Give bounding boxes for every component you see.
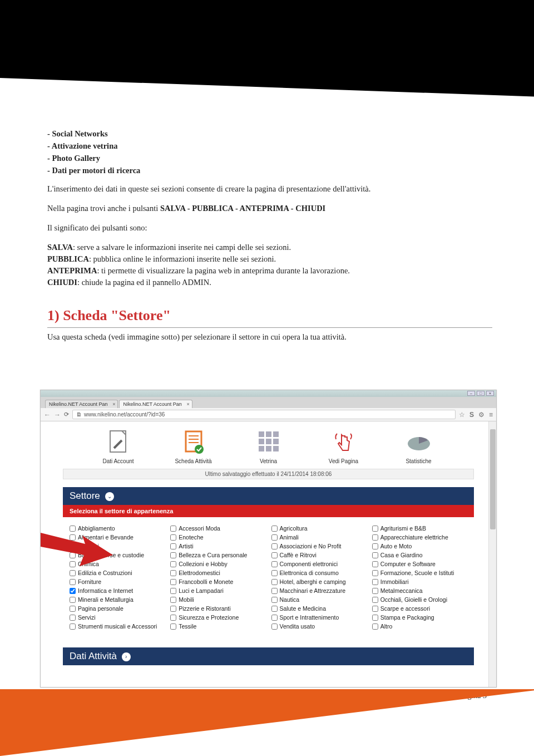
close-icon[interactable]: ×: [187, 401, 190, 407]
sector-checkbox[interactable]: [372, 588, 378, 594]
sector-checkbox-item[interactable]: Immobiliari: [372, 578, 467, 585]
sector-checkbox[interactable]: [70, 534, 76, 541]
reload-button[interactable]: ⟳: [64, 411, 69, 418]
sector-checkbox-item[interactable]: Macchinari e Attrezzature: [271, 587, 367, 594]
sector-checkbox-item[interactable]: Elettrodomestici: [170, 570, 265, 576]
sector-checkbox-item[interactable]: Forniture: [70, 578, 165, 585]
sector-checkbox-item[interactable]: Artisti: [170, 543, 265, 549]
sector-checkbox-item[interactable]: Altro: [372, 623, 467, 630]
sector-checkbox[interactable]: [70, 526, 76, 532]
sector-checkbox[interactable]: [70, 570, 76, 576]
sector-checkbox-item[interactable]: Apparecchiature elettriche: [372, 534, 467, 541]
nav-dati-account[interactable]: Dati Account: [96, 428, 141, 464]
back-button[interactable]: ←: [44, 411, 51, 419]
sector-checkbox[interactable]: [170, 543, 176, 549]
sector-checkbox-item[interactable]: Hotel, alberghi e camping: [271, 578, 367, 585]
sector-checkbox-item[interactable]: Occhiali, Gioielli e Orologi: [372, 596, 467, 603]
sector-checkbox-item[interactable]: Agricoltura: [271, 525, 367, 532]
sector-checkbox[interactable]: [271, 615, 278, 621]
sector-checkbox[interactable]: [271, 579, 278, 585]
sector-checkbox[interactable]: [170, 570, 176, 576]
nav-vetrina[interactable]: Vetrina: [246, 428, 291, 464]
sector-checkbox[interactable]: [170, 588, 176, 594]
sector-checkbox-item[interactable]: Abbigliamento: [70, 525, 165, 532]
window-minimize-button[interactable]: –: [467, 391, 475, 396]
sector-checkbox-item[interactable]: Animali: [271, 534, 367, 541]
sector-checkbox-item[interactable]: Artigiani: [70, 543, 165, 549]
sector-checkbox-item[interactable]: Stampa e Packaging: [372, 614, 467, 621]
sector-checkbox[interactable]: [372, 579, 378, 585]
sector-checkbox-item[interactable]: Mobili: [170, 596, 265, 603]
sector-checkbox[interactable]: [372, 552, 378, 558]
sector-checkbox[interactable]: [70, 552, 76, 558]
sector-checkbox[interactable]: [372, 615, 378, 621]
sector-checkbox[interactable]: [372, 543, 378, 549]
sector-checkbox[interactable]: [170, 606, 176, 612]
forward-button[interactable]: →: [54, 411, 61, 419]
sector-checkbox-item[interactable]: Chimica: [70, 561, 165, 567]
sector-checkbox-item[interactable]: Sport e Intrattenimento: [271, 614, 367, 621]
sector-checkbox-item[interactable]: Luci e Lampadari: [170, 587, 265, 594]
sector-checkbox-item[interactable]: Salute e Medicina: [271, 605, 367, 612]
window-maximize-button[interactable]: □: [477, 391, 484, 396]
sector-checkbox[interactable]: [170, 526, 176, 532]
sector-checkbox[interactable]: [70, 624, 76, 630]
sector-checkbox[interactable]: [70, 561, 76, 567]
sector-checkbox[interactable]: [372, 606, 378, 612]
sector-checkbox[interactable]: [70, 588, 76, 594]
menu-icon[interactable]: ≡: [489, 411, 493, 419]
sector-checkbox[interactable]: [170, 615, 176, 621]
sector-checkbox-item[interactable]: Scarpe e accessori: [372, 605, 467, 612]
extension-icon[interactable]: ⚙: [478, 411, 484, 419]
sector-checkbox-item[interactable]: Minerali e Metallurgia: [70, 596, 165, 603]
sector-checkbox[interactable]: [170, 579, 176, 585]
sector-checkbox-item[interactable]: Bagagli, Borse e custodie: [70, 552, 165, 558]
dati-attivita-header[interactable]: Dati Attività ›: [63, 647, 474, 665]
sector-checkbox[interactable]: [271, 552, 278, 558]
sector-checkbox-item[interactable]: Computer e Software: [372, 561, 467, 567]
sector-checkbox-item[interactable]: Collezioni e Hobby: [170, 561, 265, 567]
sector-checkbox[interactable]: [271, 570, 278, 576]
sector-checkbox[interactable]: [271, 561, 278, 567]
nav-statistiche[interactable]: Statistiche: [397, 428, 441, 464]
sector-checkbox[interactable]: [70, 579, 76, 585]
sector-checkbox[interactable]: [271, 526, 278, 532]
sector-checkbox[interactable]: [170, 597, 176, 603]
sector-checkbox-item[interactable]: Informatica e Internet: [70, 587, 165, 594]
sector-checkbox-item[interactable]: Sicurezza e Protezione: [170, 614, 265, 621]
star-icon[interactable]: ☆: [459, 411, 465, 419]
sector-checkbox[interactable]: [70, 606, 76, 612]
sector-checkbox[interactable]: [70, 597, 76, 603]
sector-checkbox-item[interactable]: Elettronica di consumo: [271, 570, 367, 576]
sector-checkbox-item[interactable]: Formazione, Scuole e Istituti: [372, 570, 467, 576]
sector-checkbox[interactable]: [271, 624, 278, 630]
close-icon[interactable]: ×: [112, 401, 115, 407]
sector-checkbox-item[interactable]: Agriturismi e B&B: [372, 525, 467, 532]
sector-checkbox[interactable]: [271, 588, 278, 594]
sector-checkbox-item[interactable]: Servizi: [70, 614, 165, 621]
sector-checkbox-item[interactable]: Accessori Moda: [170, 525, 265, 532]
sector-checkbox-item[interactable]: Auto e Moto: [372, 543, 467, 549]
sector-checkbox[interactable]: [372, 534, 378, 541]
sector-checkbox[interactable]: [271, 534, 278, 541]
sector-checkbox-item[interactable]: Strumenti musicali e Accessori: [70, 623, 165, 630]
sector-checkbox-item[interactable]: Tessile: [170, 623, 265, 630]
nav-scheda-attivita[interactable]: Scheda Attività: [171, 428, 216, 464]
sector-checkbox-item[interactable]: Vendita usato: [271, 623, 367, 630]
sector-checkbox-item[interactable]: Associazioni e No Profit: [271, 543, 367, 549]
nav-vedi-pagina[interactable]: Vedi Pagina: [322, 428, 366, 464]
sector-checkbox[interactable]: [170, 624, 176, 630]
window-close-button[interactable]: ×: [486, 391, 494, 396]
sector-checkbox[interactable]: [170, 561, 176, 567]
sector-checkbox-item[interactable]: Nautica: [271, 596, 367, 603]
sector-checkbox-item[interactable]: Bellezza e Cura personale: [170, 552, 265, 558]
sector-checkbox-item[interactable]: Francobolli e Monete: [170, 578, 265, 585]
sector-checkbox-item[interactable]: Edilizia e Costruzioni: [70, 570, 165, 576]
sector-checkbox[interactable]: [372, 597, 378, 603]
sector-checkbox-item[interactable]: Casa e Giardino: [372, 552, 467, 558]
sector-checkbox[interactable]: [271, 597, 278, 603]
skype-icon[interactable]: S: [469, 411, 474, 419]
sector-checkbox-item[interactable]: Alimentari e Bevande: [70, 534, 165, 541]
sector-checkbox[interactable]: [70, 615, 76, 621]
sector-checkbox[interactable]: [70, 543, 76, 549]
